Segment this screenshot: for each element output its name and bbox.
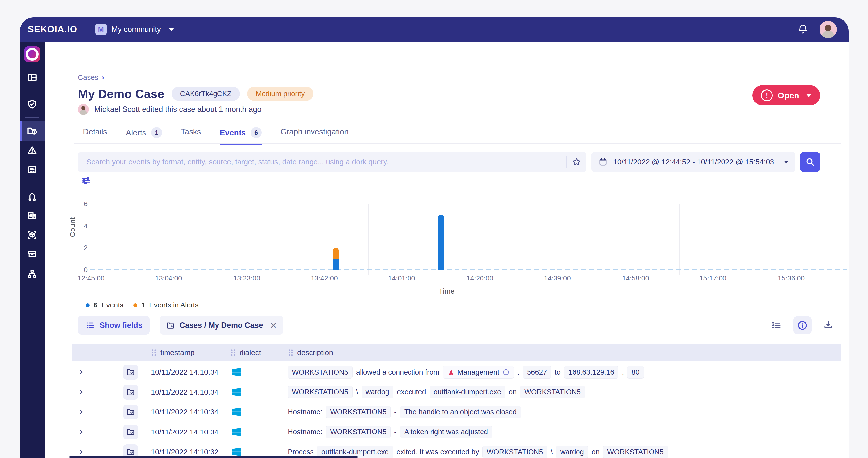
timestamp-value: 10/11/2022 14:10:34: [151, 362, 218, 382]
shield-check-icon: [27, 99, 37, 109]
description-text: \: [356, 388, 358, 396]
column-checklist-icon[interactable]: [771, 320, 782, 331]
value-chip[interactable]: WORKSTATION5: [483, 446, 547, 458]
case-folder-icon[interactable]: [123, 385, 138, 400]
column-header-description[interactable]: description: [288, 344, 333, 361]
x-axis-label: Time: [439, 287, 454, 295]
y-tick-label: 4: [70, 222, 88, 230]
editor-avatar: [78, 104, 89, 115]
description-text: executed: [397, 388, 426, 396]
expand-row-chevron-icon[interactable]: [74, 402, 89, 422]
chart-plot-area: [90, 204, 849, 270]
tab-graph-investigation[interactable]: Graph investigation: [280, 127, 349, 142]
sidebar-item-dashboard[interactable]: [20, 68, 44, 87]
value-chip[interactable]: WORKSTATION5: [288, 366, 352, 378]
user-avatar[interactable]: [819, 21, 837, 38]
download-icon[interactable]: [823, 320, 834, 331]
table-row[interactable]: 10/11/2022 14:10:34WORKSTATION5allowed a…: [72, 362, 841, 382]
description-text: Hostname:: [288, 428, 322, 436]
table-row[interactable]: 10/11/2022 14:10:34Hostname:WORKSTATION5…: [72, 402, 841, 422]
value-chip[interactable]: wardog: [362, 386, 394, 398]
sidebar-item-intelligence[interactable]: [20, 225, 44, 245]
value-chip[interactable]: wardog: [556, 446, 588, 458]
expand-row-chevron-icon[interactable]: [74, 422, 89, 442]
brand-logo: SEKOIA.IO: [28, 24, 77, 35]
table-row[interactable]: 10/11/2022 14:10:34WORKSTATION5\wardogex…: [72, 382, 841, 402]
tab-events[interactable]: Events6: [220, 127, 261, 145]
timestamp-value: 10/11/2022 14:10:34: [151, 382, 218, 402]
priority-badge: Medium priority: [247, 87, 313, 101]
value-chip[interactable]: 80: [627, 366, 644, 378]
value-chip[interactable]: 56627: [523, 366, 551, 378]
info-icon[interactable]: [502, 368, 510, 376]
community-switcher[interactable]: M My community: [95, 24, 174, 35]
dashboard-icon: [27, 72, 37, 83]
table-row[interactable]: 10/11/2022 14:10:34Hostname:WORKSTATION5…: [72, 422, 841, 442]
sekoia-app-logo[interactable]: [24, 46, 40, 62]
sidebar-item-alerts[interactable]: [20, 141, 44, 160]
case-folder-icon[interactable]: [123, 365, 138, 379]
description-text: on: [592, 448, 599, 456]
case-folder-icon[interactable]: [123, 425, 138, 439]
horizontal-scrollbar[interactable]: [69, 456, 358, 458]
legend-item-events-in-alerts[interactable]: 1Events in Alerts: [133, 301, 199, 309]
expand-row-chevron-icon[interactable]: [74, 382, 89, 402]
archive-box-icon: [27, 249, 37, 259]
tab-details[interactable]: Details: [83, 127, 107, 142]
bar-segment-events-in-alerts: [333, 248, 339, 259]
remove-filter-icon[interactable]: ✕: [270, 320, 277, 330]
value-chip[interactable]: WORKSTATION5: [288, 386, 352, 398]
drag-handle-icon: [288, 349, 294, 356]
case-folder-icon[interactable]: [123, 404, 138, 419]
sidebar-item-organization[interactable]: [20, 206, 44, 225]
value-chip[interactable]: outflank-dumpert.exe: [430, 386, 505, 398]
description-text: on: [509, 388, 517, 396]
asset-entity-chip[interactable]: Management: [443, 366, 514, 378]
value-chip[interactable]: WORKSTATION5: [326, 426, 391, 438]
bar-segment-events: [438, 215, 444, 270]
events-table-body: 10/11/2022 14:10:34WORKSTATION5allowed a…: [72, 362, 841, 458]
tab-tasks[interactable]: Tasks: [181, 127, 201, 142]
show-fields-button[interactable]: Show fields: [78, 316, 150, 335]
community-label: My community: [111, 25, 161, 34]
expand-row-chevron-icon[interactable]: [74, 362, 89, 382]
x-tick-label: 12:45:00: [78, 274, 105, 282]
tab-label: Graph investigation: [280, 127, 349, 136]
case-status-open-button[interactable]: ! Open: [752, 85, 820, 106]
value-chip[interactable]: WORKSTATION5: [326, 406, 391, 419]
column-header-dialect[interactable]: dialect: [230, 344, 261, 361]
sidebar-item-protect[interactable]: [20, 94, 44, 114]
sidebar-item-events[interactable]: [20, 160, 44, 179]
breadcrumb[interactable]: Cases ›: [78, 73, 104, 82]
value-chip[interactable]: WORKSTATION5: [520, 386, 585, 398]
gridline-horizontal: [90, 204, 849, 204]
sidebar-item-hierarchy[interactable]: [20, 264, 44, 283]
favorite-star-icon[interactable]: [567, 157, 586, 167]
value-chip[interactable]: WORKSTATION5: [603, 446, 668, 458]
description-text: -: [394, 428, 397, 436]
info-icon[interactable]: [793, 316, 812, 335]
tab-alerts[interactable]: Alerts1: [126, 127, 162, 144]
sidebar-item-playbooks[interactable]: [20, 187, 44, 206]
list-icon: [85, 321, 95, 330]
folder-plus-icon: [166, 321, 175, 330]
value-chip[interactable]: 168.63.129.16: [564, 366, 618, 378]
x-tick-label: 15:17:00: [700, 274, 726, 282]
chart-bar-14:10:34[interactable]: [438, 215, 444, 270]
search-submit-button[interactable]: [800, 152, 820, 172]
breadcrumb-cases[interactable]: Cases: [78, 74, 98, 82]
column-header-timestamp[interactable]: timestamp: [151, 344, 194, 361]
sidebar-item-archive[interactable]: [20, 245, 44, 264]
notifications-bell-icon[interactable]: [797, 24, 809, 35]
chart-bar-13:44:52[interactable]: [333, 248, 339, 270]
date-range-picker[interactable]: 10/11/2022 @ 12:44:52 - 10/11/2022 @ 15:…: [591, 152, 795, 172]
legend-item-events[interactable]: 6Events: [86, 301, 123, 309]
value-chip[interactable]: The handle to an object was closed: [400, 406, 521, 419]
x-tick-label: 14:58:00: [622, 274, 649, 282]
search-input[interactable]: [78, 158, 566, 166]
gridline-vertical: [368, 204, 369, 275]
case-filter-chip[interactable]: Cases / My Demo Case ✕: [160, 316, 283, 335]
sidebar-item-cases[interactable]: [20, 121, 44, 141]
y-tick-label: 0: [70, 266, 88, 274]
value-chip[interactable]: A token right was adjusted: [400, 426, 492, 438]
